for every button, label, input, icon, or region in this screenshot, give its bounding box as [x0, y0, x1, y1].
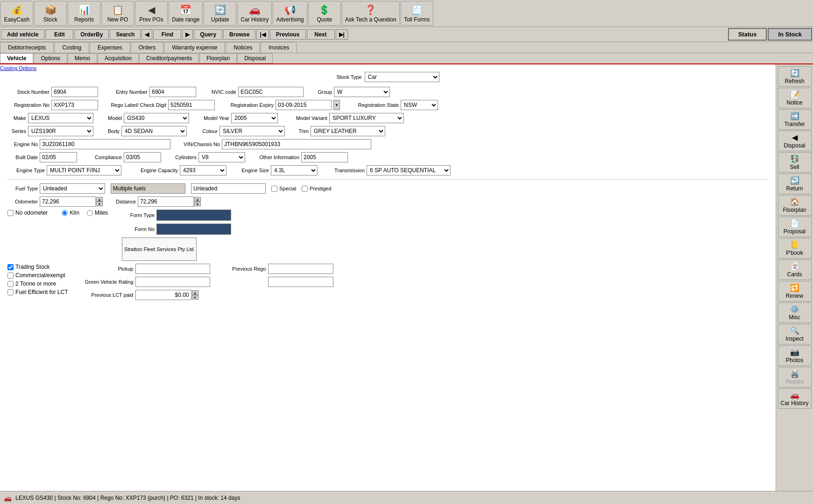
tradingstock-checkbox[interactable]: [7, 264, 14, 270]
prevlct-up-button[interactable]: ▲: [192, 290, 198, 295]
subtab-disposal[interactable]: Disposal: [237, 53, 273, 63]
body-select[interactable]: 4D SEDAN: [121, 126, 187, 136]
carhistory2-sidebar-button[interactable]: 🚗 Car History: [778, 388, 812, 409]
subtab-options[interactable]: Options: [34, 53, 67, 63]
transmission-select[interactable]: 6 SP AUTO SEQUENTIAL: [367, 165, 451, 175]
inspect-sidebar-button[interactable]: 🔍 Inspect: [778, 324, 812, 344]
in-stock-button[interactable]: In Stock: [768, 28, 812, 41]
regolabel-input[interactable]: [168, 100, 215, 110]
daterange-button[interactable]: 📅 Date range: [169, 1, 203, 26]
twotonne-label[interactable]: 2 Tonne or more: [7, 280, 68, 287]
misc-sidebar-button[interactable]: ⚙️ Misc: [778, 302, 812, 323]
tab-warranty[interactable]: Warranty expense: [164, 42, 225, 53]
prevrego2-input[interactable]: [268, 277, 333, 287]
status-button[interactable]: Status: [728, 28, 767, 41]
proposal-sidebar-button[interactable]: 📄 Proposal: [778, 217, 812, 237]
fuelefficient-checkbox[interactable]: [7, 289, 14, 295]
otherinfo-input[interactable]: [301, 152, 348, 162]
refresh-sidebar-button[interactable]: 🔄 Refresh: [778, 66, 812, 87]
model-select[interactable]: GS430: [124, 113, 189, 123]
edit-button[interactable]: Edit: [45, 29, 73, 40]
nvic-input[interactable]: [238, 87, 304, 97]
pbook-sidebar-button[interactable]: 📒 P'book: [778, 238, 812, 259]
prevlct-down-button[interactable]: ▼: [192, 295, 198, 300]
query-button[interactable]: Query: [194, 29, 222, 40]
greenrating-input[interactable]: [135, 277, 210, 287]
fueltype-select[interactable]: Unleaded: [40, 183, 105, 194]
asktech-button[interactable]: ❓ Ask Tech a Question: [342, 1, 400, 26]
compliance-input[interactable]: [124, 152, 161, 162]
klm-radio-label[interactable]: Klm: [62, 210, 79, 216]
builtdate-input[interactable]: [40, 152, 77, 162]
photos-sidebar-button[interactable]: 📷 Photos: [778, 345, 812, 366]
prev-page-button[interactable]: ◀: [141, 29, 152, 40]
stock-button[interactable]: 📦 Stock: [34, 1, 67, 26]
commercial-checkbox[interactable]: [7, 273, 14, 279]
update-button[interactable]: 🔄 Update: [204, 1, 236, 26]
disposal-sidebar-button[interactable]: ◀ Disposal: [778, 131, 812, 151]
reprint-sidebar-button[interactable]: 🖨️ Reprint: [778, 367, 812, 387]
subtab-acquisition[interactable]: Acquisition: [98, 53, 139, 63]
prevpos-button[interactable]: ◀ Prev POs: [135, 1, 168, 26]
distance-input[interactable]: [138, 196, 194, 207]
noodometer-checkbox[interactable]: [7, 210, 14, 216]
enginetype-select[interactable]: MULTI POINT F/INJ: [47, 165, 121, 175]
find-button[interactable]: Find: [153, 29, 181, 40]
odometer-up-button[interactable]: ▲: [96, 197, 103, 202]
advertising-button[interactable]: 📢 Advertising: [273, 1, 307, 26]
trim-select[interactable]: GREY LEATHER: [311, 126, 385, 136]
enginesize-select[interactable]: 4.3L: [271, 165, 318, 175]
dealer-input[interactable]: [122, 238, 197, 261]
tab-debtor[interactable]: Debtor/receipts: [0, 42, 54, 53]
easycash-button[interactable]: 💰 EasyCash: [0, 1, 33, 26]
special-checkbox[interactable]: [271, 186, 277, 192]
regoexpiry-input[interactable]: [276, 100, 332, 110]
return-sidebar-button[interactable]: ↩️ Return: [778, 174, 812, 194]
stock-type-select[interactable]: Car: [365, 72, 439, 82]
regostate-select[interactable]: NSW: [401, 100, 438, 110]
noodometer-label[interactable]: No odometer: [7, 210, 48, 216]
miles-radio-label[interactable]: Miles: [87, 210, 108, 216]
modelvariant-select[interactable]: SPORT LUXURY: [329, 113, 404, 123]
odometer-down-button[interactable]: ▼: [96, 202, 103, 206]
last-button[interactable]: ▶|: [336, 29, 348, 40]
multifuels-input[interactable]: [111, 183, 185, 194]
engineno-input[interactable]: [40, 139, 170, 149]
subtab-floorplan[interactable]: Floorplan: [199, 53, 237, 63]
stock-number-input[interactable]: [51, 87, 98, 97]
tab-costing[interactable]: Costing: [54, 42, 89, 53]
group-select[interactable]: W: [334, 87, 390, 97]
floorplan-sidebar-button[interactable]: 🏠 Floorplan: [778, 195, 812, 216]
odometer-input[interactable]: [40, 196, 96, 207]
next-page-button[interactable]: ▶: [182, 29, 193, 40]
klm-radio[interactable]: [62, 210, 68, 216]
enginecap-select[interactable]: 4293: [180, 165, 226, 175]
newpo-button[interactable]: 📋 New PO: [101, 1, 134, 26]
tradingstock-label[interactable]: Trading Stock: [7, 264, 68, 270]
reports-button[interactable]: 📊 Reports: [68, 1, 100, 26]
distance-down-button[interactable]: ▼: [194, 202, 201, 206]
pickup-input[interactable]: [135, 264, 210, 274]
subtab-vehicle[interactable]: Vehicle: [0, 53, 33, 63]
first-button[interactable]: |◀: [256, 29, 269, 40]
subtab-memo[interactable]: Memo: [68, 53, 97, 63]
cards-sidebar-button[interactable]: 🃏 Cards: [778, 259, 812, 280]
prestiged-checkbox[interactable]: [302, 186, 308, 192]
modelyear-select[interactable]: 2005: [231, 113, 278, 123]
costing-options-link[interactable]: Costing Options: [0, 65, 36, 71]
colour-select[interactable]: SILVER: [219, 126, 285, 136]
quote-button[interactable]: 💲 Quote: [308, 1, 341, 26]
entry-number-input[interactable]: [149, 87, 196, 97]
carhistory-button[interactable]: 🚗 Car History: [237, 1, 272, 26]
search-button[interactable]: Search: [110, 29, 141, 40]
regoexpiry-picker-button[interactable]: ▼: [333, 100, 340, 110]
orderby-button[interactable]: OrderBy: [74, 29, 109, 40]
tab-orders[interactable]: Orders: [131, 42, 164, 53]
miles-radio[interactable]: [87, 210, 93, 216]
browse-button[interactable]: Browse: [223, 29, 255, 40]
cylinders-select[interactable]: V8: [198, 152, 245, 162]
next-button[interactable]: Next: [307, 29, 335, 40]
distance-up-button[interactable]: ▲: [194, 197, 201, 202]
fuelefficient-label[interactable]: Fuel Efficient for LCT: [7, 289, 68, 295]
tab-invoices[interactable]: Invoices: [261, 42, 297, 53]
